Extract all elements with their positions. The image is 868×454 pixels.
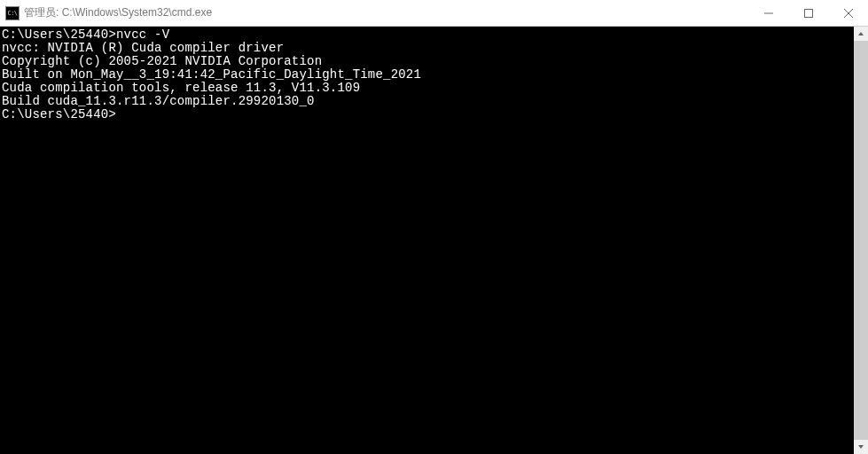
scrollbar-track[interactable] <box>854 41 868 440</box>
terminal-line: C:\Users\25440> <box>2 108 868 121</box>
close-icon <box>844 9 853 18</box>
terminal-line: nvcc: NVIDIA (R) Cuda compiler driver <box>2 42 868 55</box>
terminal-line: Build cuda_11.3.r11.3/compiler.29920130_… <box>2 95 868 108</box>
minimize-icon <box>764 9 773 18</box>
maximize-icon <box>804 9 813 18</box>
chevron-up-icon <box>857 30 864 37</box>
terminal-line: Cuda compilation tools, release 11.3, V1… <box>2 82 868 95</box>
chevron-down-icon <box>857 443 864 450</box>
titlebar[interactable]: C:\ 管理员: C:\Windows\System32\cmd.exe <box>0 0 868 27</box>
window-title: 管理员: C:\Windows\System32\cmd.exe <box>24 5 748 20</box>
svg-marker-5 <box>858 445 864 449</box>
svg-rect-1 <box>804 9 812 17</box>
terminal-output[interactable]: C:\Users\25440>nvcc -Vnvcc: NVIDIA (R) C… <box>0 27 868 454</box>
close-button[interactable] <box>828 0 868 26</box>
vertical-scrollbar[interactable] <box>854 27 868 454</box>
cmd-icon-text: C:\ <box>7 10 17 17</box>
window-controls <box>748 0 868 26</box>
terminal-container: C:\Users\25440>nvcc -Vnvcc: NVIDIA (R) C… <box>0 27 868 454</box>
terminal-line: Built on Mon_May__3_19:41:42_Pacific_Day… <box>2 68 868 82</box>
terminal-line: C:\Users\25440>nvcc -V <box>2 28 868 42</box>
scrollbar-thumb[interactable] <box>854 41 868 440</box>
scroll-down-button[interactable] <box>854 440 868 454</box>
maximize-button[interactable] <box>788 0 828 26</box>
minimize-button[interactable] <box>748 0 788 26</box>
cmd-icon: C:\ <box>5 6 20 20</box>
terminal-line: Copyright (c) 2005-2021 NVIDIA Corporati… <box>2 55 868 68</box>
svg-marker-4 <box>858 32 864 35</box>
scroll-up-button[interactable] <box>854 27 868 41</box>
